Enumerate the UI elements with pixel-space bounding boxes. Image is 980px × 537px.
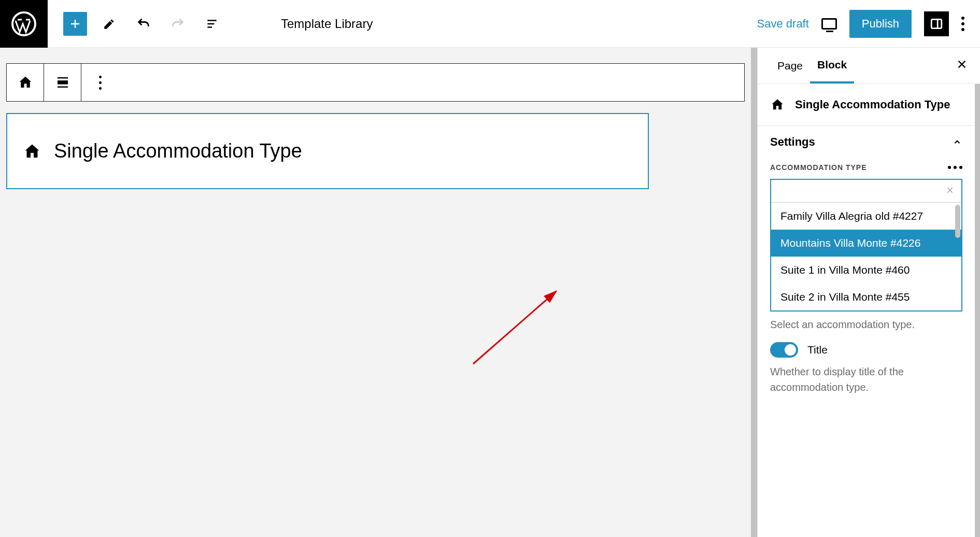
undo-button[interactable] [132,12,155,36]
wordpress-logo[interactable] [0,0,48,48]
combobox-clear-button[interactable] [946,185,954,197]
settings-label: Settings [770,135,815,149]
pencil-icon [103,17,116,31]
block-header: Single Accommodation Type [758,84,975,126]
block-more-button[interactable] [81,64,119,101]
settings-panel-toggle-row[interactable]: Settings [758,126,975,158]
document-overview-button[interactable] [200,12,224,36]
align-icon [55,75,70,90]
close-icon [946,186,954,194]
block-header-title: Single Accommodation Type [795,98,950,111]
sidebar-icon [930,17,943,31]
combobox-option[interactable]: Suite 1 in Villa Monte #460 [771,257,961,284]
title-toggle-label: Title [807,344,828,356]
svg-rect-1 [931,19,942,28]
plus-icon [69,18,81,30]
template-label: Template Library [281,17,373,31]
toolbar-right: Save draft Publish [757,10,980,38]
tab-page[interactable]: Page [770,49,810,82]
svg-line-6 [473,291,556,364]
redo-icon [171,17,185,31]
house-icon [18,75,33,90]
combobox-option[interactable]: Mountains Villa Monte #4226 [771,230,961,257]
undo-icon [136,17,151,31]
wordpress-icon [11,11,36,36]
settings-panel-toggle[interactable] [924,11,949,36]
single-accommodation-block[interactable]: Single Accommodation Type [6,113,649,189]
editor-main: Single Accommodation Type Page Block Sin… [0,48,980,537]
block-toolbar [6,63,745,102]
editor-top-bar: Template Library Save draft Publish [0,0,980,48]
combobox-option[interactable]: Suite 2 in Villa Monte #455 [771,284,961,310]
field-options-button[interactable] [948,166,962,169]
accommodation-type-label: ACCOMMODATION TYPE [770,163,867,172]
close-icon [956,59,968,70]
listbox-scrollbar[interactable] [955,205,960,238]
sidebar-tabs: Page Block [758,48,980,84]
block-align-button[interactable] [44,64,81,101]
preview-button[interactable] [821,18,837,30]
dots-vertical-icon [99,76,102,90]
title-toggle[interactable] [770,342,798,358]
settings-sidebar: Page Block Single Accommodation Type Set… [757,48,980,537]
combobox-option[interactable]: Family Villa Alegria old #4227 [771,203,961,230]
combobox-listbox[interactable]: Family Villa Alegria old #4227 Mountains… [771,203,961,310]
block-type-button[interactable] [7,64,44,101]
tab-block[interactable]: Block [810,48,854,83]
combobox-search-input[interactable] [778,185,946,197]
save-draft-button[interactable]: Save draft [757,17,809,31]
sidebar-scroll[interactable]: Single Accommodation Type Settings ACCOM… [758,84,980,537]
add-block-button[interactable] [63,12,87,36]
title-toggle-row: Title [758,331,975,361]
toolbar-left: Template Library [48,12,373,36]
chevron-up-icon [952,137,962,147]
list-icon [205,17,219,31]
annotation-arrow [471,286,564,369]
redo-button [166,12,190,36]
title-toggle-description: Whether to display title of the accommod… [758,361,975,405]
more-options-button[interactable] [961,17,964,31]
house-icon [770,97,785,112]
edit-mode-button[interactable] [97,12,121,36]
accommodation-help-text: Select an accommodation type. [758,312,975,331]
svg-rect-3 [58,80,68,84]
house-icon [23,142,41,161]
combobox-input-row [771,180,961,203]
publish-button[interactable]: Publish [849,10,912,38]
accommodation-type-combobox[interactable]: Family Villa Alegria old #4227 Mountains… [770,179,962,312]
close-sidebar-button[interactable] [956,59,968,73]
editor-canvas[interactable]: Single Accommodation Type [0,48,757,537]
accommodation-type-label-row: ACCOMMODATION TYPE [758,158,975,176]
block-title: Single Accommodation Type [54,140,302,162]
